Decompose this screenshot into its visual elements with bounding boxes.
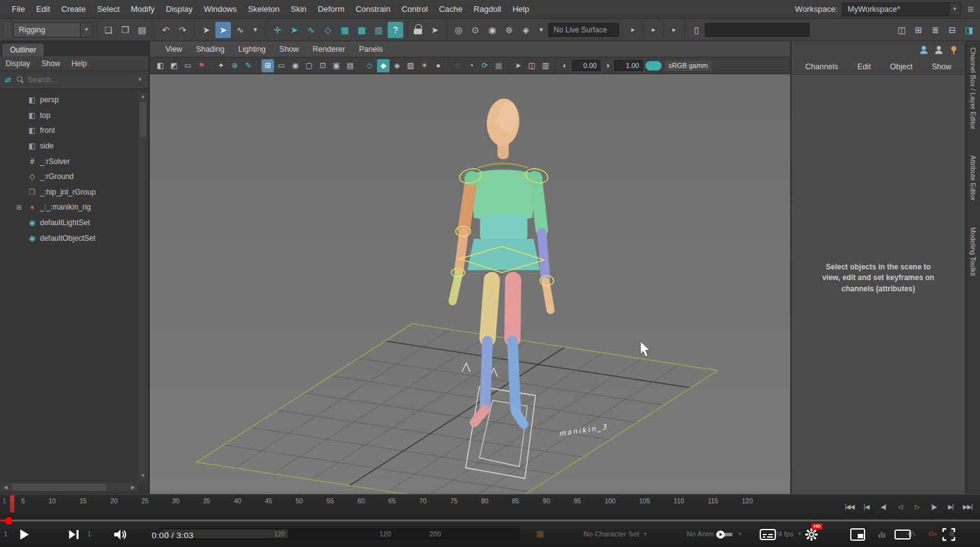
timeline-tick[interactable]: 70 (419, 497, 427, 505)
viewport-menu-item[interactable]: Show (273, 45, 306, 54)
timeline-tick[interactable]: 5 (21, 497, 25, 505)
xray-icon[interactable]: ◫ (526, 59, 538, 72)
lasso-select-tool-icon[interactable]: ∿ (232, 22, 248, 38)
timeline-tick[interactable]: 65 (388, 497, 396, 505)
motion-blur-icon[interactable]: ◔ (465, 59, 478, 72)
menubar-item[interactable]: Windows (198, 0, 242, 19)
pin-icon[interactable] (949, 45, 959, 55)
bookmark-icon[interactable]: ⚑ (195, 59, 208, 72)
sidebar-toolsettings-icon[interactable]: ≣ (928, 22, 943, 38)
timeline-tick[interactable]: 75 (450, 497, 458, 505)
pencil-icon[interactable]: ✎ (242, 59, 255, 72)
timeline-tick[interactable]: 35 (203, 497, 210, 505)
menubar-item[interactable]: Cache (433, 0, 468, 19)
current-frame-marker[interactable] (10, 495, 14, 513)
outliner-node-row[interactable]: side (16, 138, 149, 154)
timeline-tick[interactable]: 115 (708, 497, 718, 505)
save-scene-icon[interactable]: ▤ (134, 22, 150, 38)
viewport-menu-item[interactable]: Lighting (232, 45, 273, 54)
menubar-item[interactable]: Deform (312, 0, 350, 19)
lock-icon[interactable] (411, 22, 426, 38)
time-slider[interactable]: 1 51015202530354045505560657075808590951… (0, 494, 980, 521)
snap-grid-icon[interactable]: ◎ (451, 22, 466, 38)
shadows-icon[interactable]: ● (432, 59, 444, 72)
sidebar-vertical-tab[interactable]: Channel Box / Layer Editor (969, 47, 977, 129)
scroll-up-icon[interactable]: ▲ (139, 92, 147, 101)
outliner-node-row[interactable]: defaultObjectSet (16, 230, 149, 246)
step-back-frame-button[interactable]: ◀| (876, 500, 891, 513)
timeline-tick[interactable]: 105 (639, 497, 650, 505)
timeline-tick[interactable]: 40 (234, 497, 242, 505)
menubar-item[interactable]: Control (396, 0, 433, 19)
outliner-menu-item[interactable]: Show (36, 59, 66, 68)
menubar-item[interactable]: Ragdoll (468, 0, 507, 19)
timeline-tick[interactable]: 120 (742, 497, 753, 505)
xray-joints-icon[interactable]: ▥ (539, 59, 552, 72)
outliner-menu-item[interactable]: Help (66, 59, 92, 68)
menubar-item[interactable]: Skeleton (242, 0, 285, 19)
channel-panel-tab[interactable]: Edit (858, 62, 871, 71)
filter-icon[interactable]: ⇄ (2, 75, 14, 84)
play-forward-button[interactable]: ▷ (909, 500, 924, 513)
outliner-node-row[interactable]: top (16, 108, 149, 123)
skin-bind-icon[interactable]: ▦ (337, 22, 353, 38)
subtitles-button[interactable] (759, 526, 777, 543)
snap-plane-icon[interactable]: ⊚ (501, 22, 517, 38)
outliner-node-row[interactable]: front (16, 123, 149, 138)
timeline-tick[interactable]: 60 (358, 497, 365, 505)
menubar-item[interactable]: File (6, 0, 31, 19)
timeline-tick[interactable]: 20 (110, 497, 118, 505)
right-upper-arm[interactable] (536, 180, 542, 230)
weight-paint-icon[interactable]: ▩ (354, 22, 370, 38)
timeline-tick[interactable]: 95 (574, 497, 581, 505)
wireframe-mode-icon[interactable]: ◇ (363, 59, 376, 72)
miniplayer-button[interactable] (849, 526, 866, 543)
timeline-tick[interactable]: 55 (326, 497, 334, 505)
menubar-item[interactable]: Constrain (350, 0, 396, 19)
scroll-right-icon[interactable]: ▶ (129, 485, 137, 490)
timeline-tick[interactable]: 85 (512, 497, 519, 505)
select-tool-icon[interactable]: ➤ (198, 22, 214, 38)
open-scene-icon[interactable]: ❒ (117, 22, 133, 38)
snap-curve-icon[interactable]: ⊙ (468, 22, 483, 38)
video-progress-bar[interactable] (0, 520, 980, 521)
outliner-vscrollbar[interactable]: ▲ ▼ (139, 92, 147, 480)
outliner-hscrollbar[interactable]: ◀ ▶ (1, 483, 137, 491)
video-play-button[interactable] (15, 526, 32, 543)
spline-ik-tool-icon[interactable]: ∿ (303, 22, 319, 38)
camera-lock-icon[interactable]: ◩ (168, 59, 180, 72)
workspace-selector[interactable]: MyWorkspace* ▼ (842, 2, 961, 16)
channel-panel-tab[interactable]: Object (890, 62, 913, 71)
expand-icon[interactable]: ⊞ (16, 204, 26, 211)
textured-mode-icon[interactable]: ◈ (391, 59, 403, 72)
ambient-occlusion-icon[interactable]: ◌ (451, 59, 464, 72)
anchor-icon[interactable]: ⊕ (228, 59, 241, 72)
channel-panel-tab[interactable]: Show (932, 62, 951, 71)
outliner-node-row[interactable]: ⊞ _:_:manikin_rig (16, 200, 149, 215)
outliner-node-row[interactable]: defaultLightSet (16, 215, 149, 231)
exposure-icon[interactable]: ◐ (559, 59, 571, 72)
waist[interactable] (480, 214, 527, 243)
selection-mask-icon[interactable]: ▯ (688, 22, 704, 38)
menubar-item[interactable]: Display (160, 0, 198, 19)
step-back-key-button[interactable]: |◀ (859, 500, 874, 513)
refresh-icon[interactable]: ⟳ (479, 59, 491, 72)
timeline-tick[interactable]: 10 (49, 497, 56, 505)
gamma-field[interactable]: 1.00 (614, 60, 643, 71)
menu-set-selector[interactable]: Rigging ▼ (13, 22, 93, 37)
menubar-item[interactable]: Create (56, 0, 91, 19)
safe-title-icon[interactable]: ▤ (344, 59, 356, 72)
snap-point-icon[interactable]: ◉ (484, 22, 500, 38)
sidebar-attreditor-icon[interactable]: ⊞ (911, 22, 926, 38)
construction-history-icon[interactable]: ▸ (627, 22, 639, 38)
copy-weights-icon[interactable]: ▥ (371, 22, 386, 38)
fullscreen-button[interactable] (940, 526, 958, 543)
timeline-tick[interactable]: 90 (543, 497, 551, 505)
isolate-select-icon[interactable]: ➤ (512, 59, 524, 72)
step-forward-frame-button[interactable]: |▶ (926, 500, 941, 513)
timeline-tick[interactable]: 15 (79, 497, 87, 505)
chevron-down-icon[interactable]: ▼ (949, 3, 960, 16)
color-management-toggle[interactable] (645, 61, 662, 70)
ipr-render-icon[interactable]: ▸ (668, 22, 680, 38)
scroll-left-icon[interactable]: ◀ (1, 485, 10, 490)
